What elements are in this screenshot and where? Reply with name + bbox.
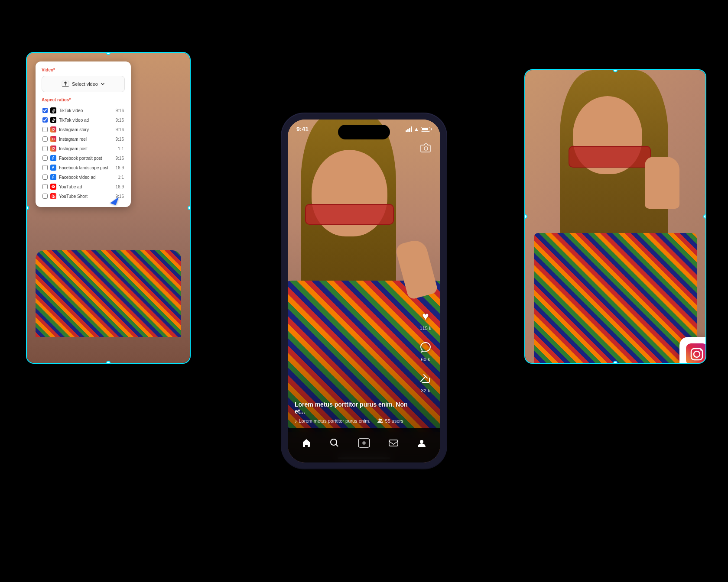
phone-nav	[288, 428, 440, 462]
battery-icon	[421, 127, 432, 132]
facebook-portrait-ratio: 9:16	[116, 156, 124, 161]
share-action[interactable]: 32 k	[417, 370, 434, 393]
instagram-story-ratio: 9:16	[116, 127, 124, 132]
svg-point-1	[52, 129, 55, 131]
chevron-down-icon	[101, 82, 105, 86]
tiktok-video-ad-label: TikTok video ad	[59, 118, 113, 123]
status-icons: ▲	[406, 126, 432, 132]
phone-wrapper: 9:41 ▲	[282, 113, 446, 469]
scene: Video* Select video Aspect ratios*	[0, 0, 728, 582]
tiktok-bottom-info: Lorem metus porttitor purus enim. Non et…	[295, 401, 414, 424]
ratio-item-facebook-portrait[interactable]: Facebook portrait post 9:16	[42, 153, 125, 163]
ratio-checkbox-youtube-short[interactable]	[42, 194, 48, 199]
ratio-checkbox-tiktok-video[interactable]	[42, 108, 48, 113]
phone-screen: 9:41 ▲	[288, 120, 440, 462]
resize-handle-tr[interactable]	[188, 52, 191, 55]
tiktok-users: 55 users	[377, 418, 403, 424]
ratio-checkbox-tiktok-video-ad[interactable]	[42, 117, 48, 123]
users-count: 55 users	[385, 418, 403, 424]
resize-handle-mr[interactable]	[188, 206, 191, 210]
ratio-checkbox-facebook-video-ad[interactable]	[42, 175, 48, 180]
phone-device: 9:41 ▲	[282, 113, 446, 469]
nav-search[interactable]	[330, 438, 339, 448]
svg-point-2	[54, 128, 55, 129]
select-video-button[interactable]: Select video	[42, 76, 125, 92]
resize-handle-mb[interactable]	[106, 361, 110, 364]
svg-point-3	[52, 138, 55, 140]
instagram-reel-ratio: 9:16	[116, 137, 124, 142]
ratio-item-facebook-video-ad[interactable]: Facebook video ad 1:1	[42, 172, 125, 182]
share-icon	[417, 370, 434, 387]
music-note-icon: ♪	[295, 418, 297, 424]
right-resize-tr[interactable]	[703, 69, 706, 72]
tiktok-video-label: TikTok video	[59, 108, 113, 113]
ratio-item-instagram-post[interactable]: Instagram post 1:1	[42, 144, 125, 153]
right-model-glasses	[569, 146, 651, 168]
aspect-ratios-label: Aspect ratios*	[42, 97, 125, 102]
youtube-ad-label: YouTube ad	[59, 184, 113, 189]
share-count: 32 k	[421, 388, 430, 393]
left-card: Video* Select video Aspect ratios*	[26, 52, 191, 364]
instagram-story-label: Instagram story	[59, 127, 113, 132]
youtube-ad-ratio: 16:9	[116, 184, 124, 189]
ratio-item-instagram-reel[interactable]: Instagram reel 9:16	[42, 134, 125, 144]
instagram-post-ratio: 1:1	[118, 146, 124, 151]
model-sweater-left	[36, 250, 181, 337]
svg-rect-10	[389, 440, 398, 446]
facebook-portrait-label: Facebook portrait post	[59, 156, 113, 161]
ratio-checkbox-facebook-portrait[interactable]	[42, 155, 48, 161]
heart-icon: ♥	[417, 307, 434, 325]
ratio-item-tiktok-video-ad[interactable]: TikTok video ad 9:16	[42, 115, 125, 125]
svg-point-15	[700, 349, 702, 351]
like-action[interactable]: ♥ 115 k	[417, 307, 434, 331]
camera-icon[interactable]	[420, 143, 432, 155]
facebook-landscape-icon	[50, 165, 56, 171]
nav-inbox[interactable]	[389, 438, 398, 448]
svg-point-6	[54, 147, 55, 148]
tiktok-icon	[50, 107, 56, 113]
ratio-checkbox-instagram-reel[interactable]	[42, 136, 48, 142]
facebook-landscape-ratio: 16:9	[116, 165, 124, 170]
comment-icon	[417, 339, 434, 356]
right-model-hand	[645, 157, 679, 209]
nav-add[interactable]	[358, 438, 370, 448]
youtube-short-icon	[50, 193, 56, 199]
tiktok-music: ♪ Lorem metus porttitor purus enim.	[295, 418, 370, 424]
instagram-story-icon	[50, 126, 56, 133]
right-model-sweater	[534, 233, 697, 363]
users-icon	[377, 418, 384, 424]
ratio-item-tiktok-video[interactable]: TikTok video 9:16	[42, 106, 125, 115]
nav-profile[interactable]	[417, 438, 426, 448]
svg-point-11	[420, 440, 423, 443]
facebook-landscape-label: Facebook landscape post	[59, 165, 113, 170]
resize-handle-bl[interactable]	[26, 361, 29, 364]
ratio-checkbox-facebook-landscape[interactable]	[42, 165, 48, 170]
ratio-checkbox-instagram-story[interactable]	[42, 127, 48, 132]
tiktok-ad-icon	[50, 117, 56, 123]
ratio-item-instagram-story[interactable]: Instagram story 9:16	[42, 125, 125, 134]
facebook-video-ad-label: Facebook video ad	[59, 175, 115, 180]
phone-model-glasses	[305, 204, 394, 225]
ratio-item-youtube-ad[interactable]: YouTube ad 16:9	[42, 182, 125, 191]
facebook-portrait-icon	[50, 155, 56, 161]
instagram-reel-icon	[50, 136, 56, 142]
nav-home[interactable]	[302, 438, 311, 448]
comment-action[interactable]: 60 k	[417, 339, 434, 362]
ratio-item-facebook-landscape[interactable]: Facebook landscape post 16:9	[42, 163, 125, 172]
right-background-image	[525, 70, 705, 363]
right-card	[524, 69, 706, 364]
instagram-post-icon	[50, 146, 56, 152]
tiktok-side-actions: ♥ 115 k 60 k	[417, 307, 434, 393]
instagram-reel-label: Instagram reel	[59, 137, 113, 142]
resize-handle-br[interactable]	[188, 361, 191, 364]
instagram-logo-icon	[686, 343, 706, 364]
right-resize-bl[interactable]	[524, 361, 527, 364]
upload-icon	[62, 81, 69, 87]
ui-panel: Video* Select video Aspect ratios*	[36, 61, 131, 207]
svg-point-8	[331, 439, 337, 445]
right-resize-mb[interactable]	[613, 361, 618, 364]
ratio-checkbox-youtube-ad[interactable]	[42, 184, 48, 189]
comment-count: 60 k	[421, 357, 430, 362]
right-resize-mr[interactable]	[703, 214, 706, 219]
ratio-checkbox-instagram-post[interactable]	[42, 146, 48, 151]
